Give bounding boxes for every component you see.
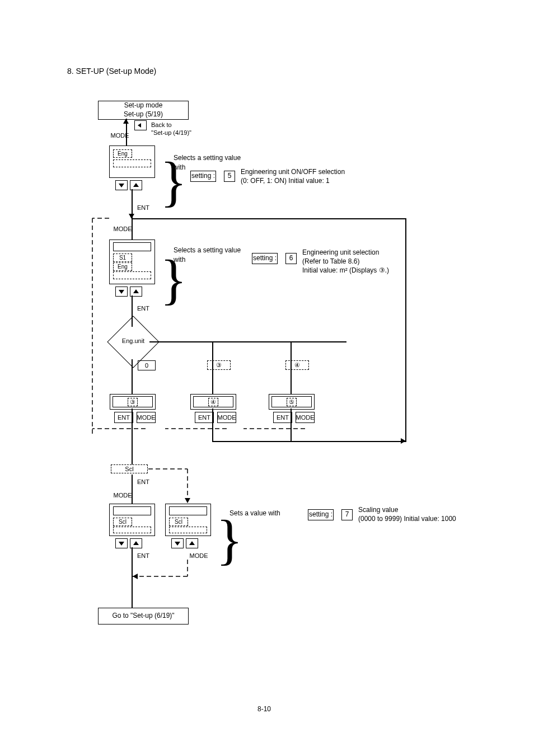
disp-box-1: ③ (110, 394, 156, 410)
mode-under-2: MODE (217, 412, 236, 423)
diamond-label: Eng.unit (118, 337, 149, 345)
lcd1-opt: Eng (113, 149, 132, 158)
left-key-icon (134, 120, 147, 130)
svg-marker-5 (119, 290, 124, 294)
ent-label-2: ENT (134, 303, 152, 313)
top-mode-key-label: MODE (109, 132, 130, 139)
back-to-label: Back to"Set-up (4/19)" (151, 121, 191, 137)
svg-marker-10 (119, 542, 124, 546)
ent-under-1: ENT (114, 412, 133, 423)
disp1-label: ③ (128, 398, 138, 406)
lcd2-opt2: Eng (113, 262, 132, 271)
brace-3: } (216, 523, 243, 557)
panel2-text2: with (174, 256, 185, 265)
disp-box-2: ④ (190, 394, 236, 410)
setting-label-2: setting : (252, 253, 278, 264)
mode-scl: MODE (112, 490, 133, 500)
top-box-line1: Set-up mode (124, 101, 163, 110)
disp-box-3: ⑤ (269, 394, 315, 410)
disp2-label: ④ (208, 398, 218, 406)
lcd1-line (113, 159, 151, 167)
ent-under-3: ENT (273, 412, 292, 423)
top-box-line2: Set-up (5/19) (124, 110, 163, 119)
lcd2-frame (113, 242, 151, 251)
setting-label-3: setting : (308, 509, 334, 520)
brace-2: } (160, 263, 187, 297)
top-box: Set-up mode Set-up (5/19) (98, 101, 189, 120)
panel3-detail1: Scaling value (358, 506, 398, 515)
setting-index-1: 5 (224, 171, 235, 182)
page-number: 8-10 (257, 705, 271, 714)
page-title: 8. SET-UP (Set-up Mode) (67, 66, 156, 76)
panel1-text2: with (174, 163, 185, 172)
ent-under-2: ENT (195, 412, 214, 423)
down-key-icon (115, 287, 128, 297)
svg-marker-1 (119, 184, 124, 187)
panel2-detail1: Engineering unit selection (302, 248, 379, 257)
disp3-label: ⑤ (287, 398, 297, 406)
ent-label-1: ENT (134, 203, 152, 213)
svg-marker-2 (133, 183, 139, 187)
panel2-text1: Selects a setting value (174, 246, 241, 255)
svg-marker-6 (133, 289, 139, 293)
branch-0: 0 (138, 360, 156, 370)
panel3-detail2: (0000 to 9999) Initial value: 1000 (358, 515, 456, 524)
lcd2-line (113, 271, 151, 279)
panel1-detail2: (0: OFF, 1: ON) Initial value: 1 (241, 177, 330, 186)
panel1-detail1: Engineering unit ON/OFF selection (241, 168, 345, 177)
bottom-box: Go to "Set-up (6/19)" (98, 608, 189, 624)
svg-marker-0 (138, 123, 141, 128)
panel3-text1: Sets a value with (229, 509, 280, 518)
flowchart-page: { "title": "8. SET-UP (Set-up Mode)", "t… (0, 0, 534, 756)
down-key-icon (115, 538, 128, 548)
lcd-panel-1: Eng (109, 145, 155, 178)
panel1-text1: Selects a setting value (174, 154, 241, 163)
down-key-icon (115, 180, 128, 190)
branch-4: ④ (285, 360, 309, 370)
setting-label-1: setting : (190, 171, 216, 182)
mode-under-1: MODE (137, 412, 156, 423)
lcd3a-opt1: Scl (113, 518, 132, 526)
setting-index-3: 7 (341, 509, 353, 520)
lcd2-opt1: S1 (113, 253, 132, 262)
mode-label-2: MODE (112, 225, 133, 233)
lcd-panel-2: S1 Eng (109, 240, 155, 284)
panel2-detail3: Initial value: m² (Displays ③.) (302, 266, 389, 275)
mode-under-3: MODE (296, 412, 315, 423)
branch-3: ③ (207, 360, 231, 370)
panel2-detail2: (Refer to Table 8.6) (302, 257, 360, 266)
setting-index-2: 6 (285, 253, 297, 264)
